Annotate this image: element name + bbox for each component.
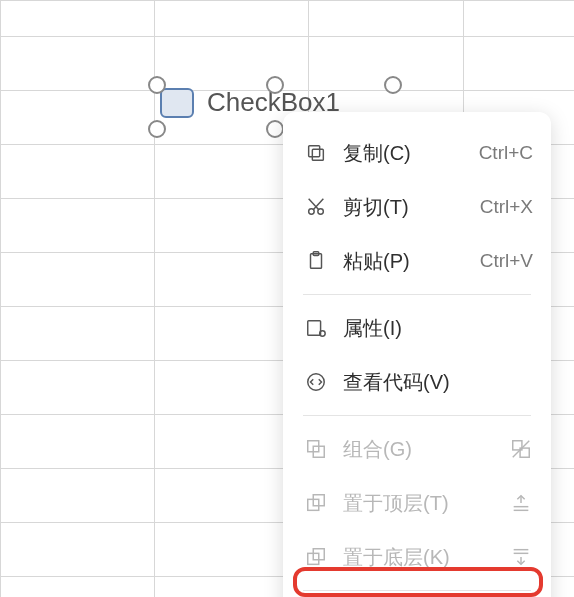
checkbox-box[interactable] <box>160 88 194 118</box>
menu-paste[interactable]: 粘贴(P) Ctrl+V <box>283 234 551 288</box>
menu-label: 属性(I) <box>343 315 533 342</box>
resize-handle-tc[interactable] <box>266 76 284 94</box>
properties-icon <box>303 315 329 341</box>
paste-icon <box>303 248 329 274</box>
to-front-icon <box>509 491 533 515</box>
svg-rect-6 <box>308 321 321 336</box>
menu-cut[interactable]: 剪切(T) Ctrl+X <box>283 180 551 234</box>
menu-send-to-back: 置于底层(K) <box>283 530 551 584</box>
resize-handle-tl[interactable] <box>148 76 166 94</box>
group-icon <box>303 436 329 462</box>
menu-label: 复制(C) <box>343 140 479 167</box>
menu-label: 置于底层(K) <box>343 544 509 571</box>
resize-handle-tr[interactable] <box>384 76 402 94</box>
menu-copy[interactable]: 复制(C) Ctrl+C <box>283 126 551 180</box>
menu-separator <box>303 294 531 295</box>
menu-label: 组合(G) <box>343 436 509 463</box>
menu-label: 剪切(T) <box>343 194 480 221</box>
menu-shortcut: Ctrl+C <box>479 142 533 164</box>
menu-separator <box>303 590 531 591</box>
menu-label: 粘贴(P) <box>343 248 480 275</box>
cut-icon <box>303 194 329 220</box>
to-back-icon <box>509 545 533 569</box>
bring-front-icon <box>303 490 329 516</box>
menu-properties[interactable]: 属性(I) <box>283 301 551 355</box>
menu-label: 置于顶层(T) <box>343 490 509 517</box>
menu-bring-to-front: 置于顶层(T) <box>283 476 551 530</box>
ungroup-icon <box>509 437 533 461</box>
svg-rect-0 <box>312 149 323 160</box>
send-back-icon <box>303 544 329 570</box>
context-menu: 复制(C) Ctrl+C 剪切(T) Ctrl+X 粘贴(P) Ctrl+V 属… <box>283 112 551 597</box>
menu-shortcut: Ctrl+X <box>480 196 533 218</box>
resize-handle-bc[interactable] <box>266 120 284 138</box>
resize-handle-bl[interactable] <box>148 120 166 138</box>
menu-label: 查看代码(V) <box>343 369 533 396</box>
menu-group: 组合(G) <box>283 422 551 476</box>
copy-icon <box>303 140 329 166</box>
svg-rect-1 <box>309 146 320 157</box>
menu-shortcut: Ctrl+V <box>480 250 533 272</box>
code-icon <box>303 369 329 395</box>
menu-view-code[interactable]: 查看代码(V) <box>283 355 551 409</box>
menu-separator <box>303 415 531 416</box>
